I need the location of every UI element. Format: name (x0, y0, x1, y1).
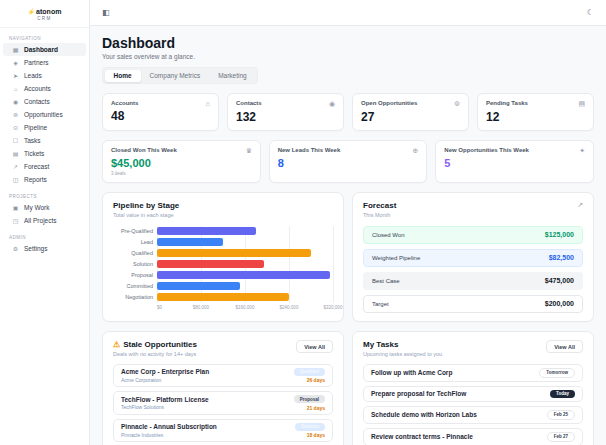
chart-bar-solution (157, 260, 264, 268)
stat-label: Accounts (111, 100, 138, 106)
building-icon: ⌂ (206, 100, 210, 107)
chart-x-tick: $80,000 (193, 305, 209, 310)
forecast-row-closed-won: Closed Won$125,000 (363, 226, 583, 244)
sidebar-item-tickets[interactable]: ▤Tickets (3, 147, 86, 160)
lists-row: ⚠Stale Opportunities Deals with no activ… (102, 331, 594, 445)
sidebar-item-dashboard[interactable]: ▦Dashboard (3, 43, 86, 56)
chart-plot (157, 226, 333, 303)
opportunity-company: Acme Corporation (121, 377, 209, 383)
sidebar-item-reports[interactable]: ◫Reports (3, 173, 86, 186)
sidebar-item-partners[interactable]: ◈Partners (3, 56, 86, 69)
opportunity-company: TechFlow Solutions (121, 404, 209, 410)
chart-gridline (333, 226, 334, 303)
chart-category-labels: Pre-QualifiedLeadQualifiedSolutionPropos… (113, 226, 157, 314)
tab-company-metrics[interactable]: Company Metrics (141, 70, 210, 82)
tab-home[interactable]: Home (105, 70, 141, 82)
warning-icon: ⚠ (113, 340, 120, 349)
task-row[interactable]: Follow up with Acme CorpTomorrow (363, 364, 583, 382)
forecast-row-value: $125,000 (545, 231, 574, 238)
sidebar-item-my-work[interactable]: ▣My Work (3, 201, 86, 214)
chart-category-label: Proposal (113, 270, 157, 281)
tasks-icon: ☐ (12, 137, 19, 144)
stat-value: 132 (236, 110, 335, 124)
task-title: Review contract terms - Pinnacle (371, 433, 473, 440)
panel-toggle-icon[interactable]: ◧ (102, 8, 110, 17)
pipeline-icon: ⊙ (12, 124, 19, 131)
opportunity-info: Acme Corp - Enterprise PlanAcme Corporat… (121, 368, 209, 383)
highlight-value: $45,000 (111, 157, 252, 169)
sidebar-item-all-projects[interactable]: ◳All Projects (3, 214, 86, 227)
pipeline-bar-chart: Pre-QualifiedLeadQualifiedSolutionPropos… (113, 226, 333, 314)
chart-title: Pipeline by Stage (113, 201, 333, 210)
forecast-title: Forecast (363, 201, 396, 210)
sidebar-item-forecast[interactable]: ↗Forecast (3, 160, 86, 173)
stale-opportunity-row[interactable]: Pinnacle - Annual SubscriptionPinnacle I… (113, 419, 333, 443)
tasks-subtitle: Upcoming tasks assigned to you (363, 351, 442, 357)
brand-product: CRM (4, 16, 85, 21)
tab-marketing[interactable]: Marketing (209, 70, 256, 82)
task-row[interactable]: Schedule demo with Horizon LabsFeb 25 (363, 406, 583, 424)
tasks-view-all-button[interactable]: View All (546, 340, 583, 353)
chart-bar-negotiation (157, 293, 289, 301)
forecast-row-target: Target$200,000 (363, 295, 583, 313)
forecast-subtitle: This Month (363, 212, 396, 218)
page-title: Dashboard (102, 35, 594, 51)
chart-bar-row (157, 226, 333, 237)
brand-logo: ⚡atonom CRM (0, 0, 89, 28)
trophy-icon: ♛ (245, 147, 251, 155)
stale-days: 26 days (307, 377, 325, 383)
chart-category-label: Lead (113, 237, 157, 248)
highlight-label: New Leads This Week (278, 147, 341, 153)
tickets-icon: ▤ (12, 150, 19, 157)
my-tasks-card: My Tasks Upcoming tasks assigned to you … (352, 331, 594, 445)
highlight-label: New Opportunities This Week (444, 147, 529, 153)
target-icon: ⊚ (454, 100, 460, 108)
stale-opportunity-row[interactable]: TechFlow - Platform LicenseTechFlow Solu… (113, 391, 333, 415)
chart-subtitle: Total value in each stage (113, 212, 333, 218)
moon-icon[interactable]: ☾ (587, 8, 594, 17)
sidebar-item-pipeline[interactable]: ⊙Pipeline (3, 121, 86, 134)
due-badge: Feb 25 (547, 410, 575, 420)
stale-opportunity-row[interactable]: Acme Corp - Enterprise PlanAcme Corporat… (113, 364, 333, 388)
page-subtitle: Your sales overview at a glance. (102, 53, 594, 60)
sidebar-item-leads[interactable]: ➤Leads (3, 69, 86, 82)
forecast-row-label: Weighted Pipeline (372, 255, 420, 261)
sidebar-item-opportunities[interactable]: ⊚Opportunities (3, 108, 86, 121)
chart-bar-qualified (157, 249, 311, 257)
sidebar-item-settings[interactable]: ⚙Settings (3, 242, 86, 255)
chart-category-label: Committed (113, 281, 157, 292)
pipeline-by-stage-card: Pipeline by Stage Total value in each st… (102, 192, 344, 322)
sidebar-item-label: Opportunities (24, 111, 63, 118)
sidebar-item-tasks[interactable]: ☐Tasks (3, 134, 86, 147)
grid-icon: ▦ (12, 46, 19, 53)
chart-bar-pre-qualified (157, 227, 256, 235)
due-badge: Feb 27 (547, 432, 575, 442)
chart-category-label: Pre-Qualified (113, 226, 157, 237)
stale-view-all-button[interactable]: View All (296, 340, 333, 353)
stat-card-open-opportunities: Open Opportunities⊚27 (352, 93, 469, 131)
sidebar-item-contacts[interactable]: ◉Contacts (3, 95, 86, 108)
projects-icon: ◳ (12, 217, 19, 224)
task-row[interactable]: Review contract terms - PinnacleFeb 27 (363, 428, 583, 445)
stage-badge: Solution (295, 423, 325, 431)
dashboard-content: Dashboard Your sales overview at a glanc… (90, 26, 606, 445)
users-icon: ◉ (329, 100, 335, 108)
opportunity-title: Acme Corp - Enterprise Plan (121, 368, 209, 375)
task-title: Prepare proposal for TechFlow (371, 390, 466, 397)
stat-value: 48 (111, 109, 210, 123)
topbar: ◧ ☾ (90, 0, 606, 26)
chart-bar-row (157, 237, 333, 248)
forecast-rows: Closed Won$125,000Weighted Pipeline$82,5… (363, 226, 583, 313)
sidebar-item-label: Leads (24, 72, 42, 79)
stat-card-accounts: Accounts⌂48 (102, 93, 219, 131)
sidebar-item-accounts[interactable]: ⌂Accounts (3, 82, 86, 95)
sidebar-nav: Navigation▦Dashboard◈Partners➤Leads⌂Acco… (0, 36, 89, 255)
forecast-row-label: Best Case (372, 278, 400, 284)
task-row[interactable]: Prepare proposal for TechFlowToday (363, 386, 583, 402)
sidebar-item-label: Settings (24, 245, 48, 252)
chart-bar-row (157, 248, 333, 259)
stat-card-pending-tasks: Pending Tasks▤12 (477, 93, 594, 131)
highlight-card-closed-won-this-week: Closed Won This Week♛$45,0003 deals (102, 140, 261, 183)
highlight-card-new-opportunities-this-week: New Opportunities This Week✦5 (435, 140, 594, 183)
task-title: Follow up with Acme Corp (371, 369, 452, 376)
